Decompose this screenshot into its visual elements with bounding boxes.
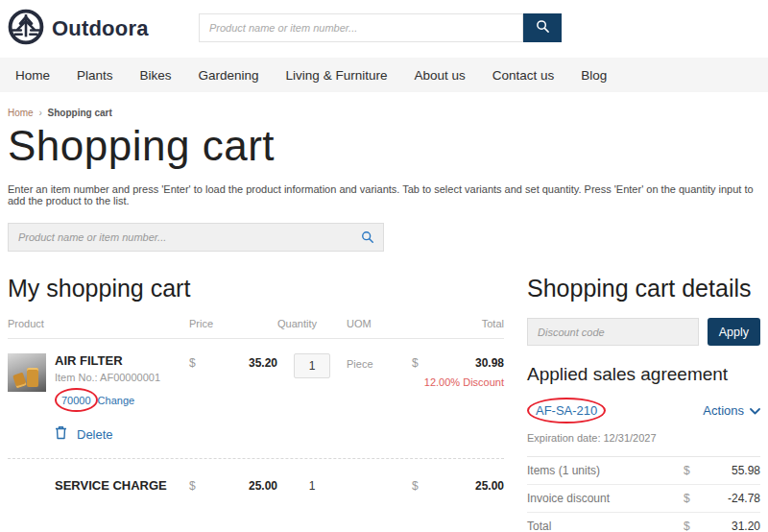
currency-symbol: $ — [684, 464, 699, 477]
col-header-uom: UOM — [347, 318, 412, 329]
totals-label: Total — [527, 520, 684, 532]
variant-code-link[interactable]: 70000 — [61, 395, 91, 406]
currency-symbol: $ — [412, 356, 419, 370]
brand-name: Outdoora — [52, 16, 149, 41]
breadcrumb-home-link[interactable]: Home — [8, 108, 34, 118]
product-image — [8, 353, 46, 392]
actions-label: Actions — [703, 403, 744, 418]
trash-icon — [55, 425, 67, 443]
header-search — [199, 13, 562, 42]
quantity-input[interactable] — [294, 353, 330, 378]
cart-title: My shopping cart — [8, 275, 504, 302]
annotation-ellipse: AF-SA-210 — [527, 398, 606, 423]
discount-code-input[interactable] — [527, 318, 699, 346]
nav-item-blog[interactable]: Blog — [567, 68, 620, 83]
nav-item-contact-us[interactable]: Contact us — [479, 68, 568, 83]
totals-value: -24.78 — [699, 492, 760, 505]
product-image-shape — [12, 373, 27, 389]
table-row: SERVICE CHARGE $ 25.00 1 $ 25.00 — [8, 459, 504, 493]
delete-button[interactable]: Delete — [55, 425, 160, 443]
price-cell: $ 25.00 — [189, 476, 277, 493]
apply-button[interactable]: Apply — [708, 318, 760, 346]
tree-logo-icon — [8, 9, 44, 49]
header-search-input[interactable] — [199, 13, 523, 42]
uom-cell — [347, 476, 412, 493]
breadcrumb-separator: › — [38, 108, 41, 118]
nav-item-home[interactable]: Home — [2, 68, 63, 83]
chevron-down-icon — [750, 403, 760, 418]
details-title: Shopping cart details — [527, 275, 760, 302]
currency-symbol: $ — [412, 479, 419, 493]
product-name: SERVICE CHARGE — [55, 476, 189, 493]
product-info: AIR FILTER Item No.: AF00000001 70000 Ch… — [55, 353, 160, 443]
cart-section: My shopping cart Product Price Quantity … — [8, 271, 504, 532]
table-row: AIR FILTER Item No.: AF00000001 70000 Ch… — [8, 339, 504, 443]
breadcrumb: Home › Shopping cart — [8, 108, 760, 118]
currency-symbol: $ — [684, 520, 699, 532]
col-header-price: Price — [189, 318, 277, 329]
site-header: Outdoora — [0, 0, 768, 58]
totals-value: 55.98 — [699, 464, 760, 477]
search-icon — [536, 19, 550, 36]
agreement-title: Applied sales agreement — [527, 364, 760, 385]
quantity-cell: 1 — [277, 476, 347, 493]
page-description: Enter an item number and press 'Enter' t… — [8, 183, 760, 206]
agreement-row: AF-SA-210 Actions — [527, 398, 760, 423]
total-cell: $ 30.98 12.00% Discount — [412, 353, 504, 443]
totals-label: Items (1 units) — [527, 464, 684, 477]
total-value: 25.00 — [475, 479, 504, 493]
totals-value: 31.20 — [699, 520, 760, 532]
change-link[interactable]: Change — [98, 395, 135, 406]
totals-label: Invoice discount — [527, 492, 684, 505]
variant-line: 70000 Change — [55, 388, 160, 412]
nav-item-living-furniture[interactable]: Living & Furniture — [273, 68, 401, 83]
agreement-code-link[interactable]: AF-SA-210 — [536, 403, 597, 418]
page-title: Shopping cart — [8, 122, 760, 170]
header-search-button[interactable] — [523, 13, 562, 42]
main-content: My shopping cart Product Price Quantity … — [8, 271, 760, 532]
nav-item-bikes[interactable]: Bikes — [127, 68, 185, 83]
product-search — [8, 223, 384, 252]
total-cell: $ 25.00 — [412, 476, 504, 493]
delete-label: Delete — [77, 427, 113, 442]
uom-cell: Piece — [347, 353, 412, 443]
expiration-date: Expiration date: 12/31/2027 — [527, 432, 760, 457]
annotation-ellipse: 70000 — [55, 388, 98, 412]
search-icon[interactable] — [361, 230, 374, 248]
nav-item-gardening[interactable]: Gardening — [185, 68, 273, 83]
discount-code-row: Apply — [527, 318, 760, 346]
currency-symbol: $ — [684, 492, 699, 505]
col-header-quantity: Quantity — [277, 318, 347, 329]
discount-label: 12.00% Discount — [412, 376, 504, 388]
totals-row: Invoice discount $ -24.78 — [527, 485, 760, 513]
totals-row: Items (1 units) $ 55.98 — [527, 457, 760, 485]
price-cell: $ 35.20 — [189, 353, 277, 443]
breadcrumb-current: Shopping cart — [48, 108, 112, 118]
quantity-cell — [277, 353, 347, 443]
total-value: 30.98 — [475, 356, 504, 370]
nav-item-about-us[interactable]: About us — [400, 68, 478, 83]
product-image-shape — [27, 368, 38, 387]
actions-dropdown[interactable]: Actions — [703, 403, 760, 418]
cart-table-header: Product Price Quantity UOM Total — [8, 318, 504, 339]
cart-details-section: Shopping cart details Apply Applied sale… — [527, 271, 760, 532]
currency-symbol: $ — [189, 356, 196, 443]
col-header-product: Product — [8, 318, 189, 329]
product-search-input[interactable] — [8, 223, 384, 252]
col-header-total: Total — [412, 318, 504, 329]
main-nav: Home Plants Bikes Gardening Living & Fur… — [0, 58, 768, 92]
price-value: 25.00 — [249, 479, 277, 493]
nav-item-plants[interactable]: Plants — [63, 68, 127, 83]
product-item-no: Item No.: AF00000001 — [55, 372, 160, 383]
product-cell: AIR FILTER Item No.: AF00000001 70000 Ch… — [8, 353, 189, 443]
product-name: AIR FILTER — [55, 353, 160, 368]
price-value: 35.20 — [249, 356, 277, 443]
totals-row: Total $ 31.20 — [527, 513, 760, 532]
brand-logo[interactable]: Outdoora — [8, 9, 149, 49]
currency-symbol: $ — [189, 479, 196, 493]
